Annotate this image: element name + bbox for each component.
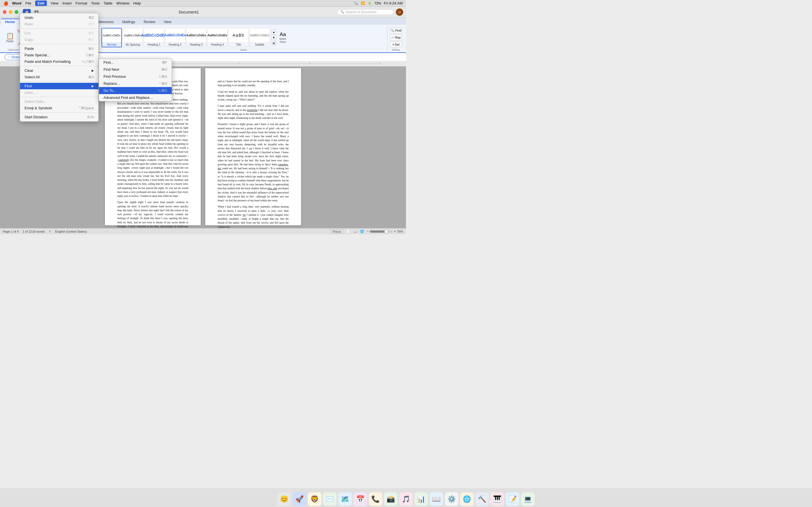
siri-icon[interactable]: 🔍 [354,1,358,5]
menu-item-paste-special[interactable]: Paste Special... ⇧⌘V [20,52,98,58]
menu-item-paste[interactable]: Paste ⌘V [20,45,98,52]
view-web-icon[interactable]: 🌐 [360,230,364,233]
battery-percent: 72% [374,1,381,5]
ribbon-group-editing: 🔍 Find ↔ Rep ⌖ Sel Editing [388,26,404,52]
menu-view[interactable]: View [51,1,59,5]
clipboard-buttons: 📋 Paste ✂️ 📄 🖌️ [4,26,22,48]
tab-view[interactable]: View [160,19,175,25]
page-info: Page 1 of 4 [3,230,18,233]
close-button[interactable] [3,10,6,14]
select-button[interactable]: ⌖ Sel [390,41,402,48]
page-right: and so I knew that he could not see the … [205,68,301,225]
tab-home[interactable]: Home [1,18,19,25]
menu-item-dictation[interactable]: Start Dictation fn fn [20,114,98,120]
status-right: Focus 📄 📖 🌐 − + 78% [330,229,403,234]
tab-mailings[interactable]: Mailings [118,19,139,25]
page-right-p1: and so I knew that he could not see the … [218,79,289,88]
status-bar: Page 1 of 4 1 of 2218 words ✓ English (U… [0,228,406,234]
page-left-p3: Upon the eighth night I was more than us… [117,200,188,228]
menu-file[interactable]: File [26,1,31,5]
styles-expand[interactable]: ⊞ [271,41,276,46]
submenu-find-previous[interactable]: Find Previous ⇧⌘G [99,73,172,80]
word-count: 1 of 2218 words [22,230,45,233]
minimize-button[interactable] [9,10,12,14]
search-bar[interactable]: 🔍 Search in Document [337,9,394,15]
menu-item-clear[interactable]: Clear ▶ [20,67,98,74]
submenu-find[interactable]: Find... ⌘F [99,59,172,66]
style-heading1[interactable]: AaBbCcDdEe Heading 1 [144,28,164,47]
focus-button[interactable]: Focus [330,229,344,234]
tab-review[interactable]: Review [140,19,159,25]
system-time: Fri 9:24 AM [384,1,403,5]
style-title[interactable]: AaBb Title [229,28,249,47]
menu-format[interactable]: Format [75,1,87,5]
style-heading4[interactable]: AaBbCcDdEe Heading 4 [207,28,227,47]
window-controls [3,10,18,14]
menu-window[interactable]: Window [116,1,130,5]
styles-label: Styles [101,48,386,52]
styles-pane-button[interactable]: Aa StylesPane [277,30,289,45]
maximize-button[interactable] [15,10,18,14]
zoom-in-button[interactable]: + [394,229,396,233]
menu-help[interactable]: Help [133,1,141,5]
ribbon-group-styles: AaBbCcDdEe Normal AaBbCcDdEe No Spacing … [100,26,388,52]
page-left-p2: Now this is the point. You fancy me mad.… [117,98,188,198]
user-avatar[interactable]: U [396,8,403,16]
menu-item-copy: Copy ⌘C [20,36,98,43]
menu-item-find[interactable]: Find ▶ [20,83,98,89]
style-heading2[interactable]: AaBbCcDdEe Heading 2 [165,28,185,47]
menu-item-undo[interactable]: Undo ⌘Z [20,14,98,21]
zoom-slider[interactable] [370,230,393,233]
page-right-p3: I kept quite still and said nothing. For… [218,104,289,120]
zoom-out-button[interactable]: − [367,229,369,233]
find-submenu[interactable]: Find... ⌘F Find Next ⌘G Find Previous ⇧⌘… [99,59,172,101]
share-icon: ↑ [8,55,10,59]
style-heading3[interactable]: AaBbCcDdEe Heading 3 [186,28,206,47]
mac-menubar: 🍎 Word File Edit View Insert Format Tool… [0,0,406,7]
app-name[interactable]: Word [12,1,21,5]
page-right-p5: When I had waited a long time, very pati… [218,205,289,228]
edit-menu-dictation-section: Start Dictation fn fn [20,113,98,121]
style-normal[interactable]: AaBbCcDdEe Normal [101,28,122,47]
page-right-p4: Presently I heard a slight groan, and I … [218,122,289,203]
edit-menu-cut-section: Cut ⌘X Copy ⌘C [20,29,98,44]
mac-right: 🔍 📶 🔋 72% Fri 9:24 AM [354,1,403,5]
zoom-level: 78% [397,230,403,233]
menu-insert[interactable]: Insert [62,1,71,5]
menu-edit[interactable]: Edit [35,1,47,6]
menu-item-emoji[interactable]: Emoji & Symbols ⌃⌘Space [20,105,98,111]
find-button[interactable]: 🔍 Find [390,27,402,34]
edit-menu-undo-section: Undo ⌘Z Redo ⌘Y [20,13,98,29]
menu-table[interactable]: Table [104,1,112,5]
zoom-thumb[interactable] [384,230,388,233]
styles-scroll-up[interactable]: ▲ [271,29,276,34]
menu-item-redo: Redo ⌘Y [20,21,98,27]
edit-menu-paste-section: Paste ⌘V Paste Special... ⇧⌘V Paste and … [20,44,98,66]
wifi-icon: 📶 [361,1,365,5]
language[interactable]: English (United States) [55,230,87,233]
spelling-icon[interactable]: ✓ [49,230,51,233]
menu-item-select-data: Select Data... [20,98,98,105]
menu-tools[interactable]: Tools [91,1,100,5]
submenu-replace[interactable]: Replace... ⌃⌘H [99,80,172,87]
paste-button[interactable]: 📋 Paste [4,33,15,43]
apple-logo-icon[interactable]: 🍎 [3,1,8,6]
menu-item-select-all[interactable]: Select All ⌘A [20,74,98,80]
style-no-spacing[interactable]: AaBbCcDdEe No Spacing [123,28,143,47]
styles-scroll-down[interactable]: ▼ [271,35,276,40]
replace-button[interactable]: ↔ Rep [390,34,402,41]
edit-dropdown-menu[interactable]: Undo ⌘Z Redo ⌘Y Cut ⌘X Copy ⌘C Paste ⌘V [20,13,99,122]
menu-item-links: Links... [20,89,98,96]
menu-item-paste-match[interactable]: Paste and Match Formatting ⌥⇧⌘V [20,58,98,65]
submenu-goto[interactable]: Go To... ⌥⌘G [99,87,172,94]
editing-label: Editing [390,48,402,52]
view-normal-icon[interactable]: 📄 [347,230,350,233]
style-subtitle[interactable]: AaBbCcDdEe Subtitle [250,28,270,47]
view-reading-icon[interactable]: 📖 [353,230,357,233]
page-right-p2: I had my head in, and was about to open … [218,90,289,102]
battery-icon: 🔋 [368,1,371,5]
menu-item-cut: Cut ⌘X [20,30,98,36]
submenu-advanced-find[interactable]: Advanced Find and Replace... [99,94,172,101]
zoom-controls: − + 78% [367,229,403,233]
submenu-find-next[interactable]: Find Next ⌘G [99,66,172,73]
